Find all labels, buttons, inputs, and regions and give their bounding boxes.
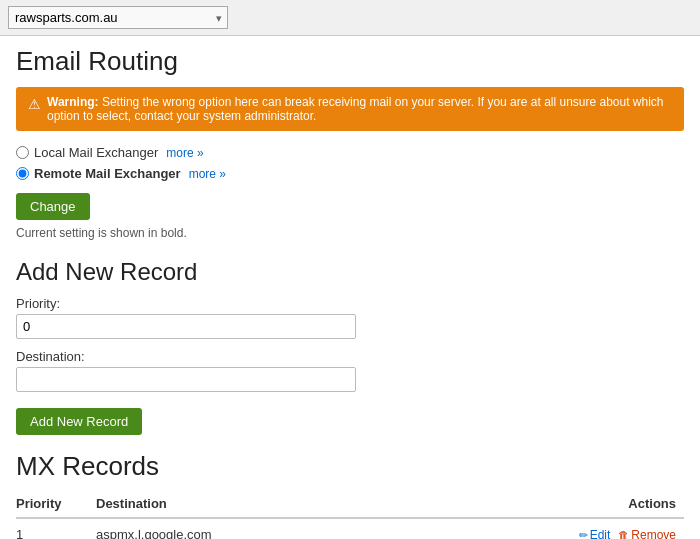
remote-more-link[interactable]: more »	[189, 167, 226, 181]
priority-input[interactable]	[16, 314, 356, 339]
warning-message: Setting the wrong option here can break …	[47, 95, 664, 123]
domain-select[interactable]: rawsparts.com.au	[8, 6, 228, 29]
col-destination-header: Destination	[96, 490, 564, 518]
radio-option-remote: Remote Mail Exchanger more »	[16, 166, 684, 181]
edit-link[interactable]: ✏Edit	[579, 528, 611, 539]
warning-banner: ⚠ Warning: Setting the wrong option here…	[16, 87, 684, 131]
warning-text: Warning: Setting the wrong option here c…	[47, 95, 672, 123]
add-record-button[interactable]: Add New Record	[16, 408, 142, 435]
pencil-icon: ✏	[579, 529, 588, 539]
mx-actions-cell: ✏Edit🗑Remove	[564, 518, 684, 539]
radio-remote-label[interactable]: Remote Mail Exchanger	[34, 166, 181, 181]
current-setting-note: Current setting is shown in bold.	[16, 226, 684, 240]
table-row: 1aspmx.l.google.com✏Edit🗑Remove	[16, 518, 684, 539]
routing-options: Local Mail Exchanger more » Remote Mail …	[16, 145, 684, 181]
radio-option-local: Local Mail Exchanger more »	[16, 145, 684, 160]
radio-local-label[interactable]: Local Mail Exchanger	[34, 145, 158, 160]
main-content: Email Routing ⚠ Warning: Setting the wro…	[0, 36, 700, 539]
priority-group: Priority:	[16, 296, 684, 339]
destination-group: Destination:	[16, 349, 684, 392]
mx-records-title: MX Records	[16, 451, 684, 482]
col-actions-header: Actions	[564, 490, 684, 518]
change-button[interactable]: Change	[16, 193, 90, 220]
remove-link[interactable]: 🗑Remove	[618, 528, 676, 539]
local-more-link[interactable]: more »	[166, 146, 203, 160]
page-title: Email Routing	[16, 46, 684, 77]
warning-icon: ⚠	[28, 96, 41, 112]
destination-label: Destination:	[16, 349, 684, 364]
mx-priority-cell: 1	[16, 518, 96, 539]
radio-local[interactable]	[16, 146, 29, 159]
domain-bar: rawsparts.com.au	[0, 0, 700, 36]
add-record-title: Add New Record	[16, 258, 684, 286]
warning-label: Warning:	[47, 95, 99, 109]
mx-destination-cell: aspmx.l.google.com	[96, 518, 564, 539]
mx-table-header: Priority Destination Actions	[16, 490, 684, 518]
destination-input[interactable]	[16, 367, 356, 392]
mx-records-table: Priority Destination Actions 1aspmx.l.go…	[16, 490, 684, 539]
col-priority-header: Priority	[16, 490, 96, 518]
priority-label: Priority:	[16, 296, 684, 311]
trash-icon: 🗑	[618, 529, 629, 539]
domain-selector-wrapper[interactable]: rawsparts.com.au	[8, 6, 228, 29]
radio-remote[interactable]	[16, 167, 29, 180]
